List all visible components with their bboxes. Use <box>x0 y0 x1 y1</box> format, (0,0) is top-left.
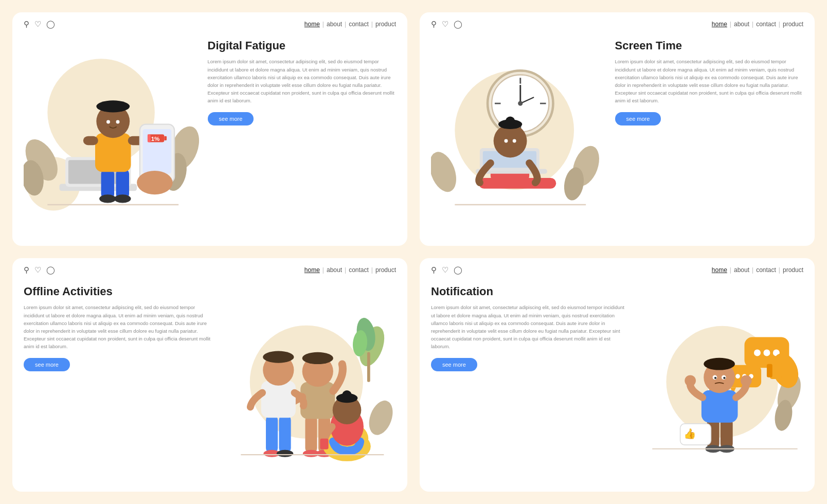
card-notification: ⚲ ♡ ◯ home | about | contact | product N… <box>420 258 815 492</box>
svg-rect-59 <box>305 415 317 454</box>
svg-rect-57 <box>367 352 370 382</box>
svg-point-88 <box>754 349 761 356</box>
page-grid: ⚲ ♡ ◯ home | about | contact | product <box>0 0 827 504</box>
card-digital-fatigue: ⚲ ♡ ◯ home | about | contact | product <box>12 12 407 246</box>
svg-rect-78 <box>320 439 329 449</box>
user-icon[interactable]: ◯ <box>46 20 55 29</box>
title-screen-time: Screen Time <box>615 39 803 52</box>
svg-rect-13 <box>95 133 131 172</box>
svg-rect-102 <box>767 364 772 377</box>
title-digital-fatigue: Digital Fatigue <box>208 39 396 52</box>
desc-screen-time: Lorem ipsum dolor sit amet, consectetur … <box>615 58 803 104</box>
nav-contact-3[interactable]: contact <box>349 266 369 274</box>
card-body-offline-activities: Offline Activities Lorem ipsum dolor sit… <box>12 275 407 487</box>
title-notification: Notification <box>431 285 624 298</box>
nav-icons-left-3: ⚲ ♡ ◯ <box>24 265 55 275</box>
svg-point-89 <box>764 349 770 356</box>
svg-screen-time <box>431 34 610 232</box>
search-icon-3[interactable]: ⚲ <box>24 265 29 275</box>
nav-home-2[interactable]: home <box>712 21 727 28</box>
nav-home-4[interactable]: home <box>712 266 727 274</box>
text-digital-fatigue: Digital Fatigue Lorem ipsum dolor sit am… <box>203 34 396 125</box>
svg-point-18 <box>106 120 110 124</box>
card-body-screen-time: Screen Time Lorem ipsum dolor sit amet, … <box>420 29 815 241</box>
nav-icons-left: ⚲ ♡ ◯ <box>24 20 55 29</box>
illustration-notification: 5 <box>624 280 803 478</box>
desc-offline-activities: Lorem ipsum dolor sit amet, consectetur … <box>24 303 212 350</box>
heart-icon[interactable]: ♡ <box>34 20 41 29</box>
nav-about-4[interactable]: about <box>734 266 749 274</box>
svg-point-19 <box>116 120 120 124</box>
btn-see-more-offline-activities[interactable]: see more <box>24 358 70 371</box>
svg-text:1%: 1% <box>151 136 160 142</box>
svg-digital-fatigue: 1% <box>24 34 203 232</box>
nav-home-3[interactable]: home <box>304 266 320 274</box>
nav-offline-activities: ⚲ ♡ ◯ home | about | contact | product <box>12 258 407 275</box>
nav-icons-left-2: ⚲ ♡ ◯ <box>431 20 462 29</box>
user-icon-3[interactable]: ◯ <box>46 265 55 275</box>
nav-screen-time: ⚲ ♡ ◯ home | about | contact | product <box>420 12 815 29</box>
card-body-notification: Notification Lorem ipsum dolor sit amet,… <box>420 275 815 487</box>
svg-point-47 <box>494 124 527 158</box>
nav-home[interactable]: home <box>304 21 320 28</box>
nav-product-3[interactable]: product <box>375 266 396 274</box>
nav-contact-4[interactable]: contact <box>756 266 776 274</box>
heart-icon-3[interactable]: ♡ <box>34 265 41 275</box>
nav-product[interactable]: product <box>375 21 396 28</box>
search-icon-4[interactable]: ⚲ <box>431 265 437 275</box>
nav-links-4: home | about | contact | product <box>712 266 803 274</box>
nav-about[interactable]: about <box>327 21 342 28</box>
svg-text:👍: 👍 <box>684 427 697 440</box>
nav-about-2[interactable]: about <box>734 21 749 28</box>
svg-point-49 <box>506 117 515 127</box>
nav-contact[interactable]: contact <box>349 21 369 28</box>
nav-icons-left-4: ⚲ ♡ ◯ <box>431 265 462 275</box>
svg-rect-10 <box>116 169 129 199</box>
svg-rect-26 <box>164 136 167 140</box>
btn-see-more-screen-time[interactable]: see more <box>615 112 661 125</box>
svg-rect-72 <box>261 381 296 418</box>
svg-point-17 <box>96 100 130 112</box>
nav-links-3: home | about | contact | product <box>304 266 396 274</box>
illustration-screen-time <box>431 34 610 232</box>
svg-rect-107 <box>702 390 738 423</box>
svg-point-109 <box>741 375 752 386</box>
svg-point-81 <box>343 390 352 400</box>
text-screen-time: Screen Time Lorem ipsum dolor sit amet, … <box>610 34 803 125</box>
nav-product-4[interactable]: product <box>783 266 803 274</box>
svg-point-12 <box>114 194 131 203</box>
illustration-offline-activities <box>217 280 396 478</box>
search-icon-2[interactable]: ⚲ <box>431 20 437 29</box>
btn-see-more-notification[interactable]: see more <box>431 358 477 371</box>
card-screen-time: ⚲ ♡ ◯ home | about | contact | product <box>420 12 815 246</box>
svg-point-27 <box>137 171 173 194</box>
svg-rect-104 <box>721 418 733 449</box>
nav-product-2[interactable]: product <box>783 21 803 28</box>
nav-links-2: home | about | contact | product <box>712 21 803 28</box>
svg-point-108 <box>685 375 696 386</box>
nav-links: home | about | contact | product <box>304 21 396 28</box>
nav-about-3[interactable]: about <box>327 266 342 274</box>
svg-point-67 <box>302 352 333 364</box>
illustration-digital-fatigue: 1% <box>24 34 203 232</box>
svg-point-111 <box>704 358 735 370</box>
text-offline-activities: Offline Activities Lorem ipsum dolor sit… <box>24 280 217 371</box>
heart-icon-2[interactable]: ♡ <box>442 20 448 29</box>
heart-icon-4[interactable]: ♡ <box>442 265 448 275</box>
btn-see-more-digital-fatigue[interactable]: see more <box>208 112 254 125</box>
nav-digital-fatigue: ⚲ ♡ ◯ home | about | contact | product <box>12 12 407 29</box>
svg-rect-68 <box>266 415 278 454</box>
svg-point-11 <box>99 194 116 203</box>
desc-digital-fatigue: Lorem ipsum dolor sit amet, consectetur … <box>208 58 396 104</box>
search-icon[interactable]: ⚲ <box>24 20 29 29</box>
card-body-digital-fatigue: 1% Digital Fatigue Lorem ipsum dolor sit… <box>12 29 407 241</box>
svg-point-74 <box>263 351 294 363</box>
title-offline-activities: Offline Activities <box>24 285 212 298</box>
user-icon-4[interactable]: ◯ <box>454 265 462 275</box>
card-offline-activities: ⚲ ♡ ◯ home | about | contact | product <box>12 258 407 492</box>
svg-notification: 5 <box>624 280 803 478</box>
svg-rect-24 <box>148 134 151 142</box>
svg-point-93 <box>736 374 741 379</box>
user-icon-2[interactable]: ◯ <box>454 20 462 29</box>
nav-contact-2[interactable]: contact <box>756 21 776 28</box>
